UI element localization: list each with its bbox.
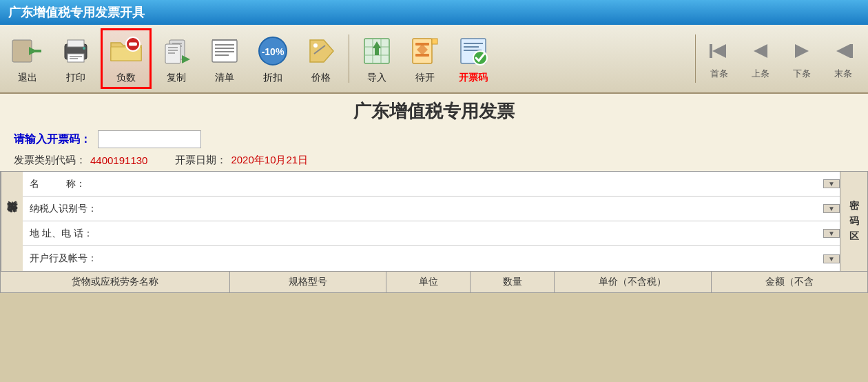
price-label: 价格: [311, 72, 331, 84]
svg-rect-41: [415, 43, 429, 46]
separator-1: [349, 34, 349, 83]
last-button[interactable]: 末条: [823, 28, 864, 89]
ticket-code-input[interactable]: [98, 130, 201, 148]
col-unit-price: 单价（不含税）: [555, 272, 711, 292]
toolbar: 退出 打印 负数: [0, 25, 868, 94]
svg-marker-48: [712, 44, 726, 58]
pending-label: 待开: [415, 72, 435, 84]
clear-label: 清单: [215, 72, 234, 84]
buyer-address-label: 地 址、电 话：: [23, 228, 112, 240]
import-button[interactable]: 导入: [353, 28, 400, 89]
col-spec: 规格型号: [230, 272, 386, 292]
negative-button[interactable]: 负数: [101, 28, 152, 89]
buyer-address-input-container: ▼: [112, 227, 840, 241]
svg-rect-7: [70, 58, 78, 59]
print-label: 打印: [66, 72, 85, 84]
print-icon: [58, 33, 94, 69]
svg-rect-23: [215, 51, 234, 52]
type-code-item: 发票类别代码： 4400191130: [14, 154, 147, 167]
buyer-name-input[interactable]: [112, 177, 823, 191]
type-code-label: 发票类别代码：: [14, 154, 86, 167]
svg-rect-16: [168, 47, 178, 48]
invoice-meta-row: 发票类别代码： 4400191130 开票日期： 2020年10月21日: [0, 152, 868, 171]
svg-point-28: [313, 43, 318, 48]
svg-rect-22: [215, 48, 234, 49]
date-value: 2020年10月21日: [231, 154, 308, 167]
price-icon: [303, 33, 339, 69]
last-label: 末条: [834, 68, 852, 80]
buyer-name-dropdown[interactable]: ▼: [823, 179, 840, 188]
copy-icon: [158, 33, 194, 69]
print-button[interactable]: 打印: [52, 28, 99, 89]
svg-point-8: [83, 47, 85, 50]
buyer-address-dropdown[interactable]: ▼: [823, 229, 840, 238]
price-button[interactable]: 价格: [298, 28, 344, 89]
discount-button[interactable]: -10% 折扣: [249, 28, 296, 89]
secret-char-1: 密: [849, 200, 859, 212]
buyer-bank-input[interactable]: [112, 252, 823, 265]
svg-marker-49: [754, 44, 767, 58]
svg-rect-21: [215, 44, 234, 46]
main-area: 广东增值税专用发票 请输入开票码： 发票类别代码： 4400191130 开票日…: [0, 94, 868, 293]
buyer-bank-dropdown[interactable]: ▼: [823, 254, 840, 263]
negative-icon: [108, 33, 144, 69]
ticketcode-button[interactable]: 开票码: [450, 28, 497, 89]
svg-rect-47: [710, 44, 712, 58]
prev-label: 上条: [752, 68, 769, 80]
title-text: 广东增值税专用发票开具: [8, 4, 145, 21]
exit-label: 退出: [18, 72, 37, 84]
exit-button[interactable]: 退出: [4, 28, 51, 89]
ticket-code-label: 请输入开票码：: [14, 132, 91, 147]
secret-code-area: 密 码 区: [840, 172, 867, 271]
invoice-title-container: 广东增值税专用发票: [0, 94, 868, 126]
ticketcode-label: 开票码: [459, 72, 488, 84]
svg-marker-50: [795, 44, 809, 58]
buyer-bank-label: 开户行及帐号：: [23, 252, 112, 265]
negative-label: 负数: [116, 72, 136, 84]
pending-button[interactable]: 待开: [402, 28, 448, 89]
next-icon: [788, 37, 816, 65]
buyer-taxid-label: 纳税人识别号：: [23, 203, 112, 215]
buyer-taxid-input[interactable]: [112, 202, 823, 216]
copy-button[interactable]: 复制: [153, 28, 200, 89]
pending-icon: [407, 33, 443, 69]
last-icon: [829, 37, 857, 65]
buyer-address-input[interactable]: [112, 227, 823, 241]
ticket-code-row: 请输入开票码：: [0, 126, 868, 152]
prev-icon: [747, 37, 774, 65]
first-icon: [705, 37, 733, 65]
clear-button[interactable]: 清单: [201, 28, 248, 89]
first-button[interactable]: 首条: [699, 28, 740, 89]
first-label: 首条: [710, 68, 728, 80]
date-label: 开票日期：: [175, 154, 227, 167]
clear-icon: [207, 33, 242, 69]
col-unit: 单位: [386, 272, 471, 292]
buyer-taxid-dropdown[interactable]: ▼: [823, 204, 840, 213]
buyer-bank-input-container: ▼: [112, 252, 840, 265]
svg-rect-2: [32, 50, 41, 52]
col-qty: 数量: [471, 272, 555, 292]
svg-rect-6: [70, 56, 82, 57]
secret-char-3: 区: [849, 230, 859, 243]
exit-icon: [10, 33, 45, 69]
svg-marker-51: [836, 44, 850, 58]
prev-button[interactable]: 上条: [740, 28, 781, 89]
svg-rect-18: [168, 52, 175, 54]
next-button[interactable]: 下条: [781, 28, 823, 89]
buyer-bank-row: 开户行及帐号： ▼: [23, 246, 840, 271]
buyer-fields: 名 称： ▼ 纳税人识别号： ▼ 地 址、电 话：: [23, 172, 840, 271]
buyer-name-label: 名 称：: [23, 178, 112, 190]
svg-text:-10%: -10%: [262, 46, 285, 57]
buyer-taxid-row: 纳税人识别号： ▼: [23, 197, 840, 221]
import-label: 导入: [367, 72, 386, 84]
svg-rect-0: [12, 40, 32, 62]
buyer-name-input-container: ▼: [112, 177, 840, 191]
col-amount: 金额（不含: [712, 272, 867, 292]
svg-rect-43: [464, 43, 483, 44]
buyer-label: 购货单位: [1, 172, 23, 271]
table-header: 货物或应税劳务名称 规格型号 单位 数量 单价（不含税） 金额（不含: [0, 272, 868, 293]
next-label: 下条: [793, 68, 811, 80]
buyer-name-row: 名 称： ▼: [23, 172, 840, 197]
col-goods-name: 货物或应税劳务名称: [1, 272, 230, 292]
svg-rect-4: [68, 40, 84, 47]
